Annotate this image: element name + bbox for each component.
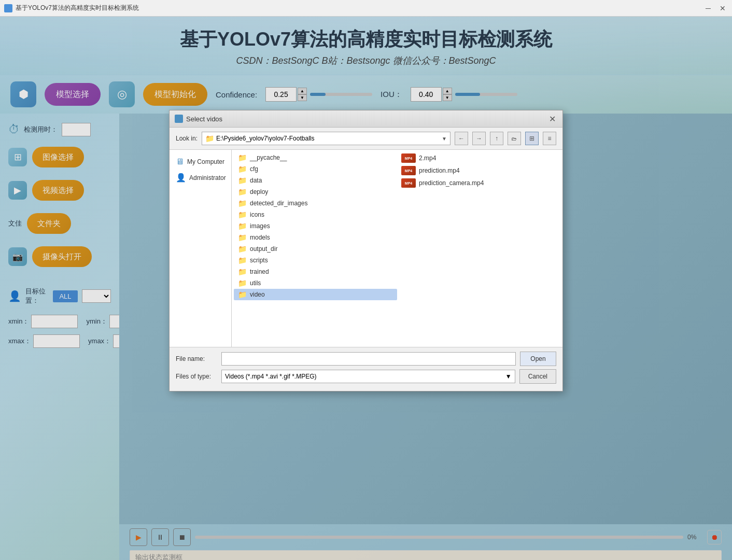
dialog-toolbar: Look in: 📁 E:\Pyside6_yolov7\yolov7-Foot… [170,128,562,150]
dialog-title-bar: Select vidos ✕ [170,110,562,128]
file-item-prediction-camera[interactable]: MP4 prediction_camera.mp4 [397,177,560,189]
dropdown-arrow: ▼ [442,136,447,142]
folder-item-utils[interactable]: 📁 utils [234,277,397,289]
dialog-file-panel[interactable]: 📁 __pycache__ 📁 cfg 📁 data 📁 [232,150,562,347]
folder-name: utils [250,279,261,287]
folder-icon: 📁 [238,233,247,242]
minimize-button[interactable]: ─ [703,3,713,13]
nav-administrator-label: Administrator [189,174,226,181]
folder-item-pycache[interactable]: 📁 __pycache__ [234,152,397,163]
folder-name: video [250,291,265,298]
file-name-input[interactable] [221,352,516,366]
folder-icon: 📁 [238,211,247,219]
folder-icon: 📁 [238,165,247,173]
look-in-folder-icon: 📁 [205,134,214,143]
folder-name: models [250,234,270,241]
look-in-path: 📁 E:\Pyside6_yolov7\yolov7-Footballs ▼ [202,132,451,145]
dialog-icon [175,115,183,123]
dialog-body: 🖥 My Computer 👤 Administrator 📁 __pycach… [170,150,562,347]
nav-forward-button[interactable]: → [472,132,486,145]
nav-up-button[interactable]: ↑ [490,132,503,145]
folder-name: deploy [250,188,268,195]
folder-name: data [250,177,262,184]
view-list-button[interactable]: ≡ [543,132,556,145]
folder-item-data[interactable]: 📁 data [234,175,397,186]
title-bar-text: 基于YOLOv7算法的高精度实时目标检测系统 [16,4,139,12]
folder-item-scripts[interactable]: 📁 scripts [234,255,397,266]
video-thumb-2: MP4 [401,166,416,175]
file-name-row: File name: Open [176,352,556,366]
look-in-path-text: E:\Pyside6_yolov7\yolov7-Footballs [216,135,314,142]
open-button[interactable]: Open [520,352,556,366]
folder-icon: 📁 [238,268,247,276]
file-item-2mp4[interactable]: MP4 2.mp4 [397,152,560,164]
folder-icon: 📁 [238,153,247,162]
folder-name: images [250,222,270,230]
nav-administrator[interactable]: 👤 Administrator [172,170,229,186]
dialog-title-text: Select vidos [186,115,222,123]
title-bar: 基于YOLOv7算法的高精度实时目标检测系统 ─ ✕ [0,0,732,17]
file-name: 2.mp4 [419,155,436,162]
files-of-type-control: Videos (*.mp4 *.avi *.gif *.MPEG) ▼ [221,370,515,383]
nav-back-button[interactable]: ← [455,132,468,145]
dialog-nav-panel: 🖥 My Computer 👤 Administrator [170,150,232,347]
files-of-type-label: Files of type: [176,373,217,380]
folders-col: 📁 __pycache__ 📁 cfg 📁 data 📁 [234,152,397,300]
look-in-label: Look in: [176,135,198,142]
app-icon [4,4,12,12]
files-of-type-row: Files of type: Videos (*.mp4 *.avi *.gif… [176,369,556,384]
folder-icon: 📁 [238,199,247,207]
user-icon: 👤 [176,173,186,183]
files-col: MP4 2.mp4 MP4 prediction.mp4 MP4 predict… [397,152,560,300]
folder-icon: 📁 [238,188,247,196]
folder-item-cfg[interactable]: 📁 cfg [234,163,397,175]
dialog-bottom: File name: Open Files of type: Videos (*… [170,347,562,391]
dialog-title-content: Select vidos [175,115,222,123]
folder-name: cfg [250,165,258,173]
files-of-type-display[interactable]: Videos (*.mp4 *.avi *.gif *.MPEG) ▼ [221,370,515,383]
folder-icon: 📁 [238,245,247,253]
folder-name: icons [250,211,264,218]
files-columns: 📁 __pycache__ 📁 cfg 📁 data 📁 [234,152,560,300]
computer-icon: 🖥 [176,157,184,166]
cancel-button[interactable]: Cancel [519,369,556,384]
folder-item-icons[interactable]: 📁 icons [234,209,397,220]
dialog-close-button[interactable]: ✕ [547,114,557,124]
folder-icon: 📁 [238,279,247,287]
close-button[interactable]: ✕ [717,3,728,13]
folder-item-detected[interactable]: 📁 detected_dir_images [234,198,397,209]
files-of-type-text: Videos (*.mp4 *.avi *.gif *.MPEG) [225,373,317,380]
nav-my-computer[interactable]: 🖥 My Computer [172,154,229,170]
file-name: prediction.mp4 [419,167,460,174]
file-name-label: File name: [176,355,217,362]
folder-name: trained [250,268,269,275]
video-thumb-1: MP4 [401,153,416,163]
video-thumb-3: MP4 [401,178,416,188]
folder-item-output[interactable]: 📁 output_dir [234,243,397,255]
file-dialog: Select vidos ✕ Look in: 📁 E:\Pyside6_yol… [169,110,563,391]
folder-icon: 📁 [238,290,247,299]
dialog-overlay: Select vidos ✕ Look in: 📁 E:\Pyside6_yol… [0,17,732,560]
file-name: prediction_camera.mp4 [419,179,484,187]
folder-item-models[interactable]: 📁 models [234,232,397,243]
folder-item-images[interactable]: 📁 images [234,220,397,232]
new-folder-button[interactable]: 🗁 [508,132,521,145]
folder-name: scripts [250,257,268,264]
folder-item-deploy[interactable]: 📁 deploy [234,186,397,198]
folder-icon: 📁 [238,256,247,264]
files-of-type-arrow: ▼ [505,373,512,380]
title-bar-controls: ─ ✕ [703,3,728,13]
folder-item-video[interactable]: 📁 video [234,289,397,300]
view-grid-button[interactable]: ⊞ [525,132,539,145]
folder-icon: 📁 [238,176,247,185]
nav-my-computer-label: My Computer [187,158,224,165]
file-item-prediction[interactable]: MP4 prediction.mp4 [397,164,560,177]
folder-name: detected_dir_images [250,200,307,207]
folder-item-trained[interactable]: 📁 trained [234,266,397,277]
folder-icon: 📁 [238,222,247,230]
folder-name: output_dir [250,245,277,253]
folder-name: __pycache__ [250,154,287,161]
